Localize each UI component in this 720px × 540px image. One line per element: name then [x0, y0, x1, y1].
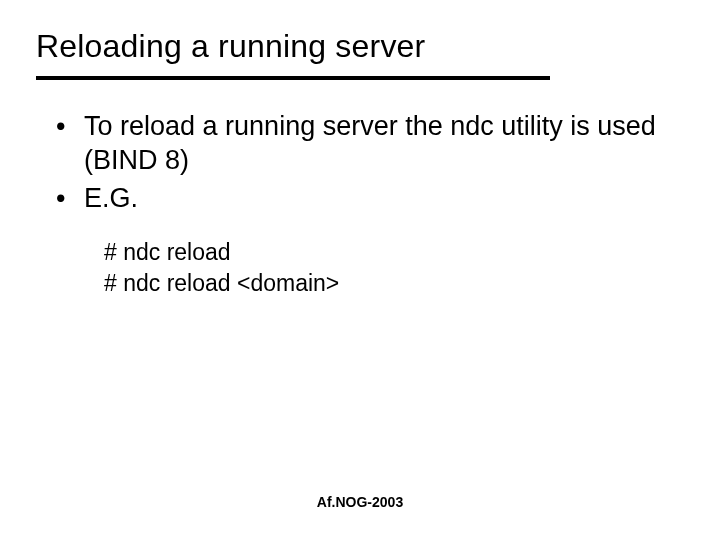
- code-example: # ndc reload # ndc reload <domain>: [104, 237, 660, 299]
- slide-body: To reload a running server the ndc utili…: [50, 110, 660, 299]
- title-underline: [36, 76, 550, 80]
- bullet-list: To reload a running server the ndc utili…: [50, 110, 660, 215]
- bullet-item: E.G.: [50, 182, 660, 216]
- slide: Reloading a running server To reload a r…: [0, 0, 720, 540]
- code-line: # ndc reload: [104, 237, 660, 268]
- code-line: # ndc reload <domain>: [104, 268, 660, 299]
- slide-footer: Af.NOG-2003: [0, 494, 720, 510]
- slide-title: Reloading a running server: [36, 28, 425, 65]
- bullet-item: To reload a running server the ndc utili…: [50, 110, 660, 178]
